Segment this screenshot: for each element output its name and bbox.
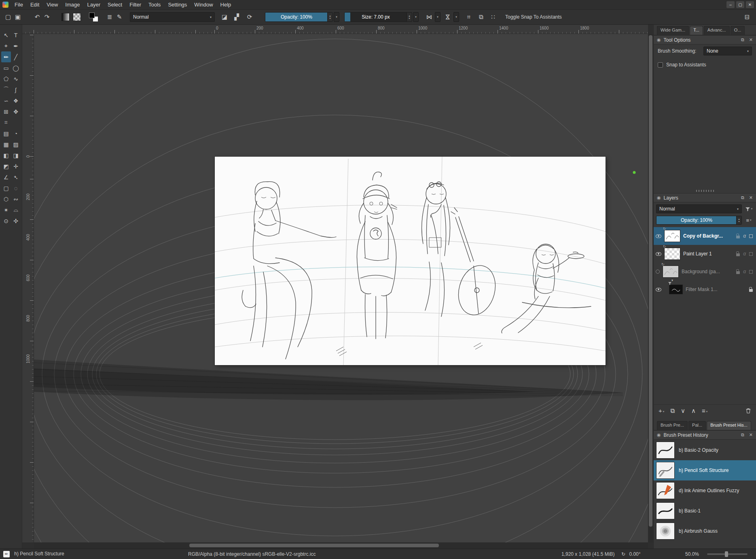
maximize-button[interactable]: ▢ — [736, 1, 744, 8]
close-button[interactable]: ✕ — [746, 1, 754, 8]
brush-size-slider[interactable]: Size: 7.00 px ▲ ▼ — [344, 12, 412, 22]
layer-options-button[interactable]: ≡ ▾ — [744, 217, 754, 223]
pan-tool[interactable]: ✣ — [11, 215, 21, 226]
zoom-slider-thumb[interactable] — [725, 551, 728, 557]
brush-preset-basic1[interactable]: b) Basic-1 — [654, 501, 756, 521]
redo-icon[interactable]: ↷ — [42, 12, 52, 22]
tab-brush-presets[interactable]: Brush Pre... — [657, 421, 688, 430]
move-tool[interactable]: ✥ — [11, 106, 21, 117]
freehand-select-tool[interactable]: ∾ — [11, 193, 21, 204]
colorize-mask-tool[interactable]: ◩ — [1, 161, 11, 172]
move-layer-up-button[interactable]: ∧ — [691, 407, 696, 414]
move-layer-down-button[interactable]: ∨ — [681, 407, 685, 414]
fill-tool[interactable]: ◧ — [1, 150, 11, 161]
tab-wide-gamut[interactable]: Wide Gam... — [657, 26, 689, 35]
assistants-tool[interactable]: ✛ — [11, 161, 21, 172]
layer-properties-button[interactable]: ≡ ▾ — [702, 407, 707, 414]
layer-style-icon[interactable] — [749, 270, 753, 274]
mirror-horizontal-dropdown[interactable]: ▾ — [435, 12, 440, 22]
snap-assistants-checkbox[interactable] — [658, 62, 663, 68]
ellipse-tool[interactable]: ◯ — [11, 62, 21, 73]
polygon-tool[interactable]: ⬠ — [1, 73, 11, 84]
foreground-background-colors[interactable] — [89, 13, 98, 22]
menu-select[interactable]: Select — [104, 0, 126, 9]
brush-preset-basic2-opacity[interactable]: b) Basic-2 Opacity — [654, 440, 756, 460]
delete-layer-button[interactable] — [745, 408, 751, 414]
mirror-horizontal-icon[interactable]: ⋈ — [424, 12, 434, 22]
layer-blend-mode-dropdown[interactable]: Normal ▾ — [656, 204, 742, 213]
vertical-scrollbar-thumb[interactable] — [649, 35, 652, 527]
undo-icon[interactable]: ↶ — [32, 12, 42, 22]
polygon-select-tool[interactable]: ⬡ — [1, 193, 11, 204]
open-document-icon[interactable]: ▣ — [13, 12, 23, 22]
horizontal-scrollbar-thumb[interactable] — [189, 544, 439, 547]
menu-file[interactable]: File — [11, 0, 27, 9]
menu-image[interactable]: Image — [61, 0, 83, 9]
layer-row-filter-mask[interactable]: Filter Mask 1... — [654, 281, 756, 298]
multibrush-tool[interactable]: ❖ — [11, 95, 21, 106]
visibility-eye-icon[interactable] — [656, 270, 660, 274]
alpha-inherit-icon[interactable]: α — [743, 251, 746, 257]
docker-float-icon[interactable]: ⧉ — [741, 37, 744, 43]
layer-opacity-slider[interactable]: Opacity: 100% ▲ ▼ — [656, 216, 742, 225]
canvas-viewport[interactable] — [34, 34, 648, 542]
mirror-vertical-dropdown[interactable]: ▾ — [453, 12, 459, 22]
brush-editor-icon[interactable]: ✎ — [114, 12, 124, 22]
alpha-inherit-icon[interactable]: α — [743, 233, 746, 239]
bezier-curve-tool[interactable]: ⌒ — [1, 84, 11, 95]
bezier-select-tool[interactable]: ⌓ — [11, 204, 21, 215]
lock-icon[interactable] — [736, 271, 740, 274]
tab-overview[interactable]: O... — [731, 26, 745, 35]
minimize-button[interactable]: – — [726, 1, 735, 8]
brush-preset-pencil-soft-structure[interactable]: h) Pencil Soft Structure — [654, 460, 756, 480]
docker-close-icon[interactable]: ✕ — [749, 195, 753, 200]
polyline-tool[interactable]: ∿ — [11, 73, 21, 84]
zoom-tool[interactable]: ⊙ — [1, 215, 11, 226]
gradient-swatch[interactable] — [61, 13, 70, 21]
pattern-edit-tool[interactable]: ▦ — [1, 139, 11, 150]
rect-select-tool[interactable]: ▢ — [1, 183, 11, 193]
trim-canvas-icon[interactable]: ⌗ — [464, 12, 474, 22]
snap-dots-icon[interactable]: ∷ — [488, 12, 498, 22]
docker-close-icon[interactable]: ✕ — [749, 37, 753, 43]
size-options-dropdown[interactable]: ▾ — [413, 12, 419, 22]
menu-settings[interactable]: Settings — [164, 0, 191, 9]
wrap-around-icon[interactable]: ⧉ — [476, 12, 486, 22]
visibility-eye-icon[interactable] — [656, 252, 661, 256]
smart-patch-tool[interactable]: ▨ — [11, 139, 21, 150]
layer-style-icon[interactable] — [749, 234, 753, 238]
menu-view[interactable]: View — [43, 0, 61, 9]
docker-menu-icon[interactable]: ◉ — [657, 432, 661, 438]
horizontal-scrollbar[interactable] — [34, 542, 648, 548]
enclose-fill-tool[interactable]: ◨ — [11, 150, 21, 161]
color-sampler-tool[interactable]: ◔ — [11, 128, 21, 139]
duplicate-layer-button[interactable]: ⧉ — [670, 407, 675, 414]
add-layer-button[interactable]: + ▾ — [659, 407, 664, 414]
dynamic-brush-tool[interactable]: ∽ — [1, 95, 11, 106]
tab-palette[interactable]: Pal... — [688, 421, 706, 430]
transform-tool[interactable]: ⊞ — [1, 106, 11, 117]
rectangle-tool[interactable]: ▭ — [1, 62, 11, 73]
tab-advanced[interactable]: Advanc... — [704, 26, 730, 35]
alpha-inherit-icon[interactable]: α — [743, 269, 746, 274]
current-brush-indicator[interactable]: ✏ h) Pencil Soft Structure — [3, 551, 64, 557]
blend-mode-dropdown[interactable]: Normal ▾ — [130, 12, 215, 22]
opacity-spinner[interactable]: ▲ ▼ — [327, 13, 332, 21]
docker-drag-handle[interactable] — [696, 190, 714, 192]
reload-preset-icon[interactable]: ⟳ — [245, 12, 254, 22]
vertical-scrollbar[interactable] — [648, 34, 653, 542]
layer-row-paint-layer-1[interactable]: ↻ Paint Layer 1 α — [654, 245, 756, 263]
brush-preset-airbrush-gauss[interactable]: b) Airbrush Gauss — [654, 521, 756, 541]
menu-help[interactable]: Help — [217, 0, 235, 9]
menu-layer[interactable]: Layer — [83, 0, 104, 9]
ellipse-select-tool[interactable]: ◌ — [11, 183, 21, 193]
similar-select-tool[interactable]: ✴ — [1, 204, 11, 215]
brush-smoothing-dropdown[interactable]: None ▾ — [703, 47, 752, 55]
new-document-icon[interactable]: ▢ — [3, 12, 13, 22]
document-canvas[interactable] — [215, 157, 606, 365]
edit-shapes-tool[interactable]: ⌖ — [1, 40, 11, 51]
lock-icon[interactable] — [736, 236, 740, 238]
freehand-path-tool[interactable]: ∫ — [11, 84, 21, 95]
reference-images-tool[interactable]: ➴ — [11, 172, 21, 183]
docker-float-icon[interactable]: ⧉ — [741, 432, 744, 438]
